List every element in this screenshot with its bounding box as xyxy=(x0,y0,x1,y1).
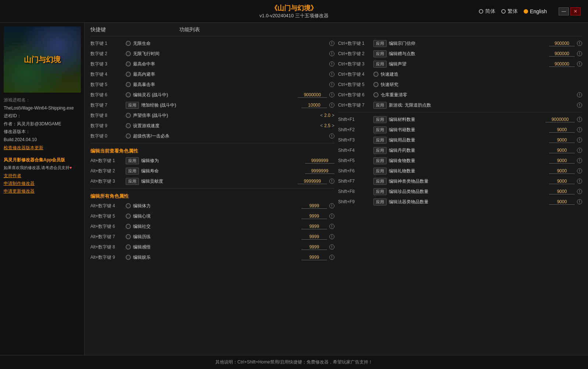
apply-ctrl3[interactable]: 应用 xyxy=(373,61,387,68)
info-sf7[interactable]: ! xyxy=(577,179,582,184)
apply-alt2[interactable]: 应用 xyxy=(126,168,139,175)
toggle-alt9[interactable] xyxy=(126,255,131,260)
apply-sf1[interactable]: 应用 xyxy=(373,116,387,123)
info-ctrl1[interactable]: ! xyxy=(577,41,582,46)
info-sf5[interactable]: ! xyxy=(577,158,582,163)
info-key3[interactable]: ! xyxy=(329,61,334,67)
check-update-link[interactable]: 检查修改器版本更新 xyxy=(4,144,80,152)
info-key7[interactable]: ! xyxy=(329,103,334,108)
toggle-alt7[interactable] xyxy=(126,234,131,239)
info-key6[interactable]: ! xyxy=(329,92,334,97)
info-ctrl7[interactable]: ! xyxy=(577,103,582,108)
info-alt6[interactable]: ! xyxy=(329,224,334,229)
toggle-alt4[interactable] xyxy=(126,203,131,208)
input-alt7[interactable] xyxy=(301,234,327,240)
toggle-alt5[interactable] xyxy=(126,214,131,219)
toggle-key6[interactable] xyxy=(126,92,131,97)
input-sf3[interactable] xyxy=(549,137,575,143)
input-sf5[interactable] xyxy=(549,158,575,164)
info-sf3[interactable]: ! xyxy=(577,137,582,143)
info-ctrl2[interactable]: ! xyxy=(577,51,582,56)
info-key2[interactable]: ! xyxy=(329,51,334,56)
info-alt3[interactable]: ! xyxy=(329,179,334,184)
input-alt4[interactable] xyxy=(301,203,327,209)
input-sf1[interactable] xyxy=(545,117,575,122)
info-sf8[interactable]: ! xyxy=(577,189,582,194)
info-ctrl3[interactable]: ! xyxy=(577,61,582,67)
input-sf6[interactable] xyxy=(549,168,575,174)
support-link[interactable]: 支持作者 xyxy=(4,173,80,179)
apply-alt1[interactable]: 应用 xyxy=(126,157,139,164)
input-sf2[interactable] xyxy=(549,127,575,133)
input-alt5[interactable] xyxy=(301,214,327,219)
toggle-key9[interactable] xyxy=(126,123,131,128)
lang-traditional[interactable]: 繁体 xyxy=(501,8,518,15)
apply-sf6[interactable]: 应用 xyxy=(373,168,387,175)
right-arrow-key9[interactable]: > xyxy=(332,123,334,128)
info-alt4[interactable]: ! xyxy=(329,203,334,208)
toggle-ctrl4[interactable] xyxy=(373,72,379,77)
left-arrow-key8[interactable]: < xyxy=(320,113,323,118)
toggle-key5[interactable] xyxy=(126,82,131,87)
lang-simplified[interactable]: 简体 xyxy=(479,8,495,15)
info-key1[interactable]: ! xyxy=(329,41,334,46)
apply-sf7[interactable]: 应用 xyxy=(373,178,387,185)
info-ctrl6[interactable]: ! xyxy=(577,92,582,97)
input-alt2[interactable] xyxy=(305,168,334,174)
info-alt5[interactable]: ! xyxy=(329,214,334,219)
apply-ctrl2[interactable]: 应用 xyxy=(373,50,387,57)
left-arrow-key9[interactable]: < xyxy=(320,123,323,128)
apply-sf3[interactable]: 应用 xyxy=(373,137,387,144)
input-sf7[interactable] xyxy=(549,179,575,184)
close-button[interactable]: ✕ xyxy=(570,7,581,15)
info-alt9[interactable]: ! xyxy=(329,255,334,260)
apply-sf2[interactable]: 应用 xyxy=(373,126,387,133)
toggle-alt6[interactable] xyxy=(126,224,131,229)
input-sf9[interactable] xyxy=(549,199,575,205)
apply-ctrl7[interactable]: 应用 xyxy=(373,102,387,109)
toggle-ctrl5[interactable] xyxy=(373,82,379,87)
apply-link[interactable]: 申请制作修改器 xyxy=(4,180,80,187)
toggle-alt8[interactable] xyxy=(126,244,131,250)
apply-sf4[interactable]: 应用 xyxy=(373,147,387,154)
info-sf1[interactable]: ! xyxy=(577,117,582,122)
input-key6[interactable] xyxy=(298,92,327,98)
apply-alt3[interactable]: 应用 xyxy=(126,178,139,185)
info-key5[interactable]: ! xyxy=(329,82,334,87)
apply-sf5[interactable]: 应用 xyxy=(373,157,387,164)
input-ctrl1[interactable] xyxy=(549,41,575,46)
info-sf2[interactable]: ! xyxy=(577,127,582,132)
toggle-key8[interactable] xyxy=(126,113,131,118)
toggle-key3[interactable] xyxy=(126,61,131,67)
toggle-key0[interactable] xyxy=(126,133,131,139)
apply-sf9[interactable]: 应用 xyxy=(373,198,387,205)
input-key7[interactable] xyxy=(301,103,327,108)
lang-english[interactable]: English xyxy=(524,8,547,14)
toggle-ctrl6[interactable] xyxy=(373,92,379,97)
apply-ctrl1[interactable]: 应用 xyxy=(373,40,387,47)
input-sf8[interactable] xyxy=(549,189,575,194)
request-link[interactable]: 申请更新修改器 xyxy=(4,188,80,194)
info-alt8[interactable]: ! xyxy=(329,244,334,250)
info-sf4[interactable]: ! xyxy=(577,148,582,153)
input-ctrl2[interactable] xyxy=(549,51,575,57)
apply-sf8[interactable]: 应用 xyxy=(373,188,387,195)
toggle-key4[interactable] xyxy=(126,72,131,77)
input-alt6[interactable] xyxy=(301,224,327,229)
info-key0[interactable]: ! xyxy=(329,133,334,139)
info-key4[interactable]: ! xyxy=(329,72,334,77)
apply-key7[interactable]: 应用 xyxy=(126,102,139,109)
input-alt3[interactable] xyxy=(298,179,327,184)
info-sf6[interactable]: ! xyxy=(577,168,582,173)
input-sf4[interactable] xyxy=(549,148,575,153)
info-alt7[interactable]: ! xyxy=(329,234,334,239)
input-alt1[interactable] xyxy=(305,158,334,164)
input-alt9[interactable] xyxy=(301,255,327,260)
input-ctrl3[interactable] xyxy=(549,61,575,67)
toggle-key2[interactable] xyxy=(126,51,131,56)
toggle-key1[interactable] xyxy=(126,41,131,46)
minimize-button[interactable]: — xyxy=(559,7,569,15)
input-alt8[interactable] xyxy=(301,244,327,250)
right-arrow-key8[interactable]: > xyxy=(332,113,334,118)
info-sf9[interactable]: ! xyxy=(577,199,582,204)
